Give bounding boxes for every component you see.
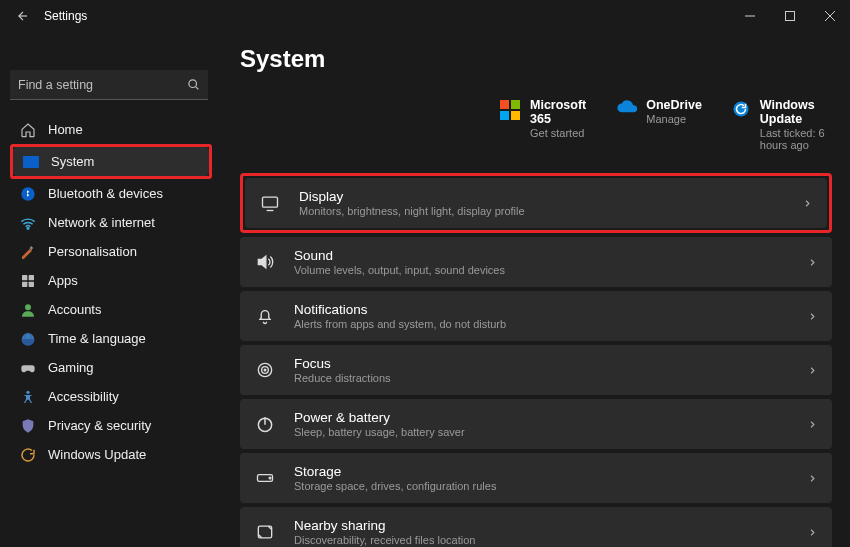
highlight-display: DisplayMonitors, brightness, night light… — [240, 173, 832, 233]
nav-update[interactable]: Windows Update — [10, 440, 212, 469]
page-title: System — [240, 45, 832, 73]
nav-label: Windows Update — [48, 447, 146, 462]
svg-point-28 — [264, 369, 266, 371]
tile-sub: Last ticked: 6 hours ago — [760, 127, 832, 151]
nav-accessibility[interactable]: Accessibility — [10, 382, 212, 411]
highlight-system: System — [10, 144, 212, 179]
maximize-button[interactable] — [770, 0, 810, 32]
titlebar: Settings — [0, 0, 850, 32]
setting-sound[interactable]: SoundVolume levels, output, input, sound… — [240, 237, 832, 287]
main-panel: System Microsoft 365Get started OneDrive… — [218, 32, 850, 547]
svg-rect-21 — [511, 111, 520, 120]
nav-label: Bluetooth & devices — [48, 186, 163, 201]
svg-rect-19 — [511, 100, 520, 109]
search-input[interactable] — [18, 78, 187, 92]
windowsupdate-icon — [732, 100, 750, 120]
svg-rect-10 — [22, 275, 27, 280]
chevron-right-icon — [802, 198, 813, 209]
setting-power[interactable]: Power & batterySleep, battery usage, bat… — [240, 399, 832, 449]
nav-label: Privacy & security — [48, 418, 151, 433]
network-icon — [20, 215, 36, 231]
notifications-icon — [254, 305, 276, 327]
nav-network[interactable]: Network & internet — [10, 208, 212, 237]
nav-label: System — [51, 154, 94, 169]
nav-accounts[interactable]: Accounts — [10, 295, 212, 324]
search-icon — [187, 78, 200, 91]
search-box[interactable] — [10, 70, 208, 100]
personalisation-icon — [20, 244, 36, 260]
apps-icon — [20, 273, 36, 289]
svg-point-8 — [27, 227, 29, 229]
nav-label: Gaming — [48, 360, 94, 375]
svg-rect-13 — [29, 281, 34, 286]
setting-desc: Discoverability, received files location — [294, 534, 807, 546]
svg-point-17 — [26, 390, 29, 393]
nav-label: Apps — [48, 273, 78, 288]
setting-title: Nearby sharing — [294, 518, 807, 533]
microsoft365-icon — [500, 100, 520, 120]
tile-microsoft365[interactable]: Microsoft 365Get started — [500, 98, 586, 151]
setting-desc: Monitors, brightness, night light, displ… — [299, 205, 802, 217]
chevron-right-icon — [807, 365, 818, 376]
window-title: Settings — [44, 9, 87, 23]
setting-storage[interactable]: StorageStorage space, drives, configurat… — [240, 453, 832, 503]
tile-onedrive[interactable]: OneDriveManage — [616, 98, 702, 151]
nav-label: Time & language — [48, 331, 146, 346]
setting-display[interactable]: DisplayMonitors, brightness, night light… — [245, 178, 827, 228]
tile-sub: Manage — [646, 113, 702, 125]
svg-rect-11 — [29, 275, 34, 280]
setting-desc: Sleep, battery usage, battery saver — [294, 426, 807, 438]
chevron-right-icon — [807, 473, 818, 484]
tile-windowsupdate[interactable]: Windows UpdateLast ticked: 6 hours ago — [732, 98, 832, 151]
setting-title: Focus — [294, 356, 807, 371]
chevron-right-icon — [807, 419, 818, 430]
nav-privacy[interactable]: Privacy & security — [10, 411, 212, 440]
gaming-icon — [20, 360, 36, 376]
svg-rect-6 — [23, 156, 39, 168]
nav-gaming[interactable]: Gaming — [10, 353, 212, 382]
privacy-icon — [20, 418, 36, 434]
svg-rect-1 — [786, 12, 795, 21]
svg-rect-20 — [500, 111, 509, 120]
setting-notifications[interactable]: NotificationsAlerts from apps and system… — [240, 291, 832, 341]
close-button[interactable] — [810, 0, 850, 32]
nav-system[interactable]: System — [13, 147, 209, 176]
svg-rect-12 — [22, 281, 27, 286]
svg-line-5 — [196, 87, 199, 90]
tile-title: Windows Update — [760, 98, 832, 126]
bluetooth-icon — [20, 186, 36, 202]
nav-label: Network & internet — [48, 215, 155, 230]
nav-label: Home — [48, 122, 83, 137]
tile-title: OneDrive — [646, 98, 702, 112]
nearby-icon — [254, 521, 276, 543]
svg-point-7 — [21, 187, 34, 200]
nav-label: Accounts — [48, 302, 101, 317]
home-icon — [20, 122, 36, 138]
setting-title: Notifications — [294, 302, 807, 317]
time-icon — [20, 331, 36, 347]
storage-icon — [254, 467, 276, 489]
nav-apps[interactable]: Apps — [10, 266, 212, 295]
nav-time[interactable]: Time & language — [10, 324, 212, 353]
minimize-button[interactable] — [730, 0, 770, 32]
sidebar: Home System Bluetooth & devices Network … — [0, 32, 218, 547]
setting-focus[interactable]: FocusReduce distractions — [240, 345, 832, 395]
setting-nearby[interactable]: Nearby sharingDiscoverability, received … — [240, 507, 832, 547]
system-icon — [23, 154, 39, 170]
svg-point-14 — [25, 304, 31, 310]
nav-home[interactable]: Home — [10, 115, 212, 144]
onedrive-icon — [616, 100, 636, 120]
svg-point-4 — [189, 80, 197, 88]
setting-title: Power & battery — [294, 410, 807, 425]
tile-title: Microsoft 365 — [530, 98, 586, 126]
setting-desc: Volume levels, output, input, sound devi… — [294, 264, 807, 276]
chevron-right-icon — [807, 527, 818, 538]
nav-bluetooth[interactable]: Bluetooth & devices — [10, 179, 212, 208]
nav-personalisation[interactable]: Personalisation — [10, 237, 212, 266]
chevron-right-icon — [807, 257, 818, 268]
svg-rect-23 — [263, 197, 278, 207]
nav-label: Personalisation — [48, 244, 137, 259]
svg-point-32 — [269, 477, 271, 479]
accounts-icon — [20, 302, 36, 318]
back-button[interactable] — [16, 9, 44, 23]
